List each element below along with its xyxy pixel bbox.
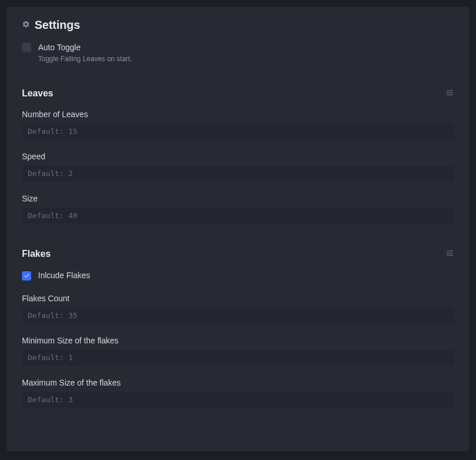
leaves-size-label: Size [22, 194, 454, 203]
auto-toggle-description: Toggle Falling Leaves on start. [38, 55, 132, 63]
settings-panel: Settings Auto Toggle Toggle Falling Leav… [7, 7, 469, 451]
include-flakes-label: Inlcude Flakes [38, 270, 90, 282]
leaves-speed-label: Speed [22, 152, 454, 161]
include-flakes-row: Inlcude Flakes [22, 270, 454, 282]
leaves-size-field: Size [22, 194, 454, 223]
flakes-minsize-label: Minimum Size of the flakes [22, 336, 454, 345]
include-flakes-checkbox[interactable] [22, 271, 31, 281]
flakes-maxsize-field: Maximum Size of the flakes [22, 378, 454, 407]
page-title: Settings [35, 18, 80, 32]
leaves-settings-icon[interactable] [445, 88, 454, 99]
flakes-count-label: Flakes Count [22, 294, 454, 303]
flakes-section-header: Flakes [22, 249, 454, 260]
flakes-maxsize-input[interactable] [22, 392, 454, 407]
flakes-count-field: Flakes Count [22, 294, 454, 323]
flakes-count-input[interactable] [22, 308, 454, 323]
auto-toggle-row: Auto Toggle Toggle Falling Leaves on sta… [22, 42, 454, 63]
leaves-section: Leaves Number of Leaves Speed Size [22, 88, 454, 223]
auto-toggle-checkbox[interactable] [22, 43, 31, 52]
leaves-speed-field: Speed [22, 152, 454, 181]
flakes-minsize-input[interactable] [22, 350, 454, 365]
leaves-speed-input[interactable] [22, 166, 454, 181]
leaves-title: Leaves [22, 88, 53, 99]
leaves-section-header: Leaves [22, 88, 454, 99]
gear-icon [22, 20, 30, 31]
leaves-size-input[interactable] [22, 208, 454, 223]
auto-toggle-label-group: Auto Toggle Toggle Falling Leaves on sta… [38, 42, 132, 63]
flakes-settings-icon[interactable] [445, 249, 454, 260]
leaves-count-label: Number of Leaves [22, 110, 454, 119]
auto-toggle-label: Auto Toggle [38, 42, 132, 54]
flakes-maxsize-label: Maximum Size of the flakes [22, 378, 454, 387]
flakes-title: Flakes [22, 249, 51, 259]
leaves-count-input[interactable] [22, 124, 454, 139]
settings-header: Settings [22, 18, 454, 32]
leaves-count-field: Number of Leaves [22, 110, 454, 139]
flakes-minsize-field: Minimum Size of the flakes [22, 336, 454, 365]
flakes-section: Flakes Inlcude Flakes Flakes Count Minim… [22, 249, 454, 408]
